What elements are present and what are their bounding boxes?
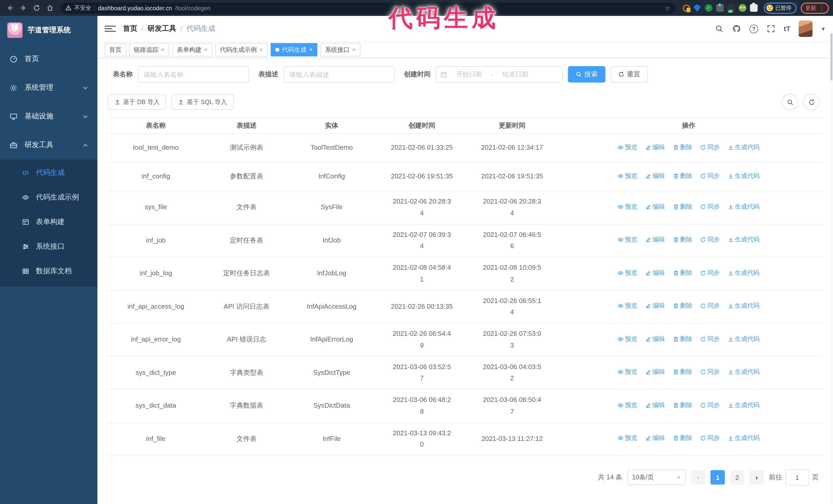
tab-home[interactable]: 首页 — [104, 43, 126, 56]
home-icon[interactable] — [44, 2, 55, 14]
reload-icon[interactable] — [31, 2, 42, 14]
sync-link[interactable]: 同步 — [700, 170, 720, 181]
page-button-1[interactable]: 1 — [711, 470, 725, 484]
delete-link[interactable]: 删除 — [673, 268, 692, 279]
scrollbar-thumb[interactable] — [830, 33, 832, 80]
preview-link[interactable]: 预览 — [618, 170, 638, 181]
tab-codegen[interactable]: 代码生成× — [271, 43, 317, 56]
check-extension-icon[interactable]: ✓ — [705, 4, 712, 12]
tab-tracing[interactable]: 链路追踪× — [129, 43, 169, 56]
search-button[interactable]: 搜索 — [568, 66, 605, 82]
close-icon[interactable]: × — [352, 47, 356, 53]
user-avatar[interactable] — [799, 21, 812, 37]
preview-link[interactable]: 预览 — [618, 235, 638, 245]
extensions-puzzle-icon[interactable] — [750, 4, 757, 12]
help-icon[interactable]: ? — [749, 24, 758, 33]
generate-code-link[interactable]: 生成代码 — [728, 334, 760, 344]
sidebar-item-devtools[interactable]: 研发工具 — [0, 131, 97, 160]
close-icon[interactable]: × — [161, 47, 165, 53]
generate-code-link[interactable]: 生成代码 — [728, 301, 760, 311]
avatar-caret-icon[interactable]: ▼ — [821, 26, 826, 31]
db-import-button[interactable]: 基于 DB 导入 — [108, 94, 166, 110]
generate-code-link[interactable]: 生成代码 — [728, 433, 760, 444]
delete-link[interactable]: 删除 — [673, 334, 692, 344]
delete-link[interactable]: 删除 — [673, 400, 692, 411]
sync-link[interactable]: 同步 — [700, 367, 720, 378]
breadcrumb-home[interactable]: 首页 — [123, 24, 137, 33]
reset-button[interactable]: 重置 — [611, 66, 648, 82]
sync-link[interactable]: 同步 — [700, 301, 720, 311]
sidebar-item-db-doc[interactable]: 数据库文档 — [0, 259, 97, 284]
generate-code-link[interactable]: 生成代码 — [728, 170, 760, 181]
edit-link[interactable]: 编辑 — [645, 235, 665, 245]
sync-link[interactable]: 同步 — [700, 433, 720, 444]
tab-api[interactable]: 系统接口× — [320, 43, 360, 56]
generate-code-link[interactable]: 生成代码 — [728, 235, 760, 245]
bookmark-star-icon[interactable]: ☆ — [665, 4, 670, 11]
sync-link[interactable]: 同步 — [700, 268, 720, 279]
delete-link[interactable]: 删除 — [673, 142, 692, 152]
delete-link[interactable]: 删除 — [673, 367, 692, 378]
close-icon[interactable]: × — [204, 47, 208, 53]
date-range-picker[interactable]: - — [436, 66, 563, 82]
gem-extension-icon[interactable] — [693, 4, 701, 12]
page-scrollbar[interactable] — [830, 32, 833, 504]
browser-menu-icon[interactable]: ⋮ — [819, 5, 824, 11]
sidebar-item-home[interactable]: 首页 — [0, 45, 97, 73]
preview-link[interactable]: 预览 — [618, 367, 638, 378]
delete-link[interactable]: 删除 — [673, 201, 692, 212]
goto-page-input[interactable] — [785, 469, 809, 485]
preview-link[interactable]: 预览 — [618, 142, 638, 152]
preview-link[interactable]: 预览 — [618, 400, 638, 411]
sync-link[interactable]: 同步 — [700, 142, 720, 152]
switch-extension-icon[interactable] — [727, 4, 735, 12]
breadcrumb-devtools[interactable]: 研发工具 — [148, 24, 176, 33]
sidebar-item-api[interactable]: 系统接口 — [0, 234, 97, 259]
sidebar-item-codegen[interactable]: 代码生成 — [0, 161, 97, 185]
edit-link[interactable]: 编辑 — [645, 367, 665, 378]
edit-link[interactable]: 编辑 — [645, 334, 665, 344]
sidebar-logo[interactable]: 芋道管理系统 — [0, 16, 97, 45]
delete-link[interactable]: 删除 — [673, 433, 692, 444]
page-button-2[interactable]: 2 — [730, 470, 744, 484]
profile-paused-badge[interactable]: 已暂停 — [764, 2, 796, 14]
back-icon[interactable] — [4, 2, 15, 14]
search-icon[interactable] — [715, 24, 724, 33]
sql-import-button[interactable]: 基于 SQL 导入 — [171, 94, 234, 110]
refresh-table-button[interactable] — [803, 94, 820, 110]
refresh-extension-icon[interactable]: 1 — [683, 4, 690, 11]
tab-form-builder[interactable]: 表单构建× — [172, 43, 212, 56]
edit-link[interactable]: 编辑 — [645, 142, 665, 152]
next-page-button[interactable]: › — [749, 470, 764, 484]
edit-link[interactable]: 编辑 — [645, 170, 665, 181]
delete-link[interactable]: 删除 — [673, 301, 692, 311]
page-size-select[interactable]: 10条/页 ▼ — [627, 470, 686, 485]
preview-link[interactable]: 预览 — [618, 334, 638, 344]
robot-extension-icon[interactable] — [738, 4, 746, 12]
font-size-icon[interactable]: tT — [784, 25, 790, 33]
preview-link[interactable]: 预览 — [618, 433, 638, 444]
sync-link[interactable]: 同步 — [700, 235, 720, 245]
sync-link[interactable]: 同步 — [700, 400, 720, 411]
grid-extension-icon[interactable] — [716, 4, 723, 12]
sync-link[interactable]: 同步 — [700, 201, 720, 212]
browser-update-button[interactable]: 更新 ⋮ — [801, 2, 829, 14]
address-bar[interactable]: 不安全 dashboard.yudao.iocoder.cn/tool/code… — [61, 2, 675, 14]
table-desc-input[interactable] — [284, 66, 395, 82]
generate-code-link[interactable]: 生成代码 — [728, 268, 760, 279]
generate-code-link[interactable]: 生成代码 — [728, 400, 760, 411]
generate-code-link[interactable]: 生成代码 — [728, 201, 760, 212]
preview-link[interactable]: 预览 — [618, 201, 638, 212]
edit-link[interactable]: 编辑 — [645, 400, 665, 411]
sidebar-item-infra[interactable]: 基础设施 — [0, 102, 97, 131]
show-search-button[interactable] — [782, 94, 798, 110]
generate-code-link[interactable]: 生成代码 — [728, 142, 760, 152]
sidebar-item-system[interactable]: 系统管理 — [0, 73, 97, 102]
sidebar-item-form-builder[interactable]: 表单构建 — [0, 210, 97, 234]
fullscreen-icon[interactable] — [766, 24, 776, 33]
github-icon[interactable] — [732, 24, 741, 33]
preview-link[interactable]: 预览 — [618, 268, 638, 279]
prev-page-button[interactable]: ‹ — [691, 470, 705, 484]
forward-icon[interactable] — [18, 2, 29, 14]
end-date-input[interactable] — [496, 70, 534, 78]
